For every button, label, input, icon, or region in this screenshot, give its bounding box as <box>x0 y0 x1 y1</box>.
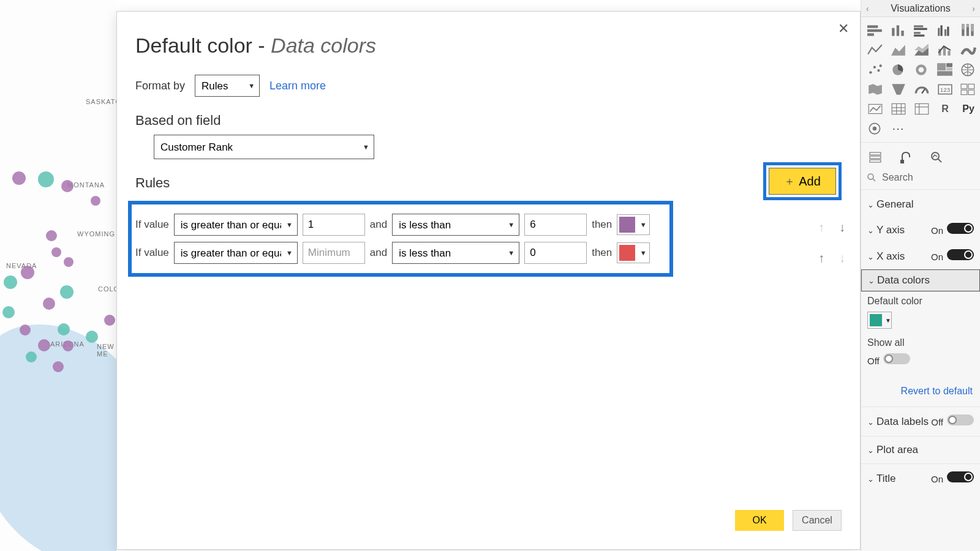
rule-color-picker[interactable]: ▼ <box>617 242 650 263</box>
hundred-stacked-icon[interactable] <box>958 22 979 39</box>
scatter-chart-icon[interactable] <box>865 61 886 78</box>
default-color-picker[interactable]: ▼ <box>867 312 892 329</box>
map-dot <box>46 230 57 241</box>
svg-point-26 <box>869 71 872 73</box>
r-visual-icon[interactable]: R <box>935 100 956 118</box>
based-on-field-select[interactable]: Customer Rank <box>154 135 374 159</box>
map-dot <box>38 171 54 187</box>
card-icon[interactable]: 123 <box>935 81 956 98</box>
line-chart-icon[interactable] <box>865 42 886 59</box>
move-up-icon[interactable]: ↑ <box>818 251 824 265</box>
yaxis-toggle[interactable] <box>947 223 974 234</box>
rule-value2-input[interactable] <box>524 242 587 264</box>
rule-value1-input[interactable] <box>303 214 365 236</box>
svg-rect-42 <box>961 84 967 89</box>
analytics-tab-icon[interactable] <box>927 149 946 166</box>
learn-more-link[interactable]: Learn more <box>270 80 326 92</box>
funnel-icon[interactable] <box>888 81 909 98</box>
multi-card-icon[interactable] <box>958 81 979 98</box>
xaxis-toggle[interactable] <box>947 249 974 260</box>
format-tab-icon[interactable] <box>897 149 915 166</box>
section-datalabels[interactable]: ⌄Data labels Off <box>861 407 980 436</box>
color-swatch <box>619 217 635 233</box>
format-by-label: Format by <box>135 80 185 92</box>
add-rule-button[interactable]: ＋ Add <box>769 168 836 195</box>
svg-rect-17 <box>967 24 969 27</box>
ribbon-chart-icon[interactable] <box>958 42 979 59</box>
rule-operator1-select[interactable]: is greater than or equal to <box>174 242 298 264</box>
close-icon[interactable]: ✕ <box>838 21 849 37</box>
fields-tab-icon[interactable] <box>866 149 884 166</box>
rule-operator2-select[interactable]: is less than <box>392 214 519 236</box>
pane-nav-next-icon[interactable]: › <box>972 4 975 13</box>
rules-header-label: Rules <box>135 175 170 191</box>
move-down-icon[interactable]: ↓ <box>839 220 845 234</box>
format-options-list: ⌄General ⌄Y axis On ⌄X axis On ⌄Data col… <box>861 190 980 495</box>
more-visuals-icon[interactable]: ⋯ <box>888 120 909 137</box>
combo-chart-icon[interactable] <box>935 42 956 59</box>
map-icon[interactable] <box>958 61 979 78</box>
stacked-bar-icon[interactable] <box>865 22 886 39</box>
then-label: then <box>592 219 612 231</box>
svg-rect-19 <box>971 24 973 31</box>
chevron-down-icon: ▼ <box>637 221 649 228</box>
dialog-title-prefix: Default color - <box>135 34 271 57</box>
section-yaxis[interactable]: ⌄Y axis On <box>861 217 980 243</box>
show-all-block: Show all Off <box>861 337 980 376</box>
state-label-saskatchewan: SASKATCH <box>86 98 116 105</box>
matrix-icon[interactable] <box>911 100 932 118</box>
section-title[interactable]: ⌄Title On <box>861 463 980 493</box>
svg-rect-15 <box>962 24 964 29</box>
pane-nav-prev-icon[interactable]: ‹ <box>866 4 869 13</box>
stacked-area-icon[interactable] <box>911 42 932 59</box>
kpi-icon[interactable] <box>865 100 886 118</box>
rule-value1-input[interactable] <box>303 242 365 264</box>
area-chart-icon[interactable] <box>888 42 909 59</box>
python-visual-icon[interactable]: Py <box>958 100 979 118</box>
rule-operator2-select[interactable]: is less than <box>392 242 519 264</box>
map-dot <box>53 361 64 372</box>
map-dot <box>38 339 50 351</box>
datalabels-toggle[interactable] <box>947 414 974 425</box>
svg-point-29 <box>880 64 882 67</box>
default-color-block: Default color ▼ <box>861 291 980 337</box>
map-dot <box>43 298 55 310</box>
chevron-down-icon: ▼ <box>637 249 649 257</box>
gauge-icon[interactable] <box>911 81 932 98</box>
treemap-icon[interactable] <box>935 61 956 78</box>
svg-point-56 <box>873 127 877 131</box>
rule-color-picker[interactable]: ▼ <box>617 214 650 235</box>
stacked-column-icon[interactable] <box>888 22 909 39</box>
filled-map-icon[interactable] <box>865 81 886 98</box>
ok-button[interactable]: OK <box>735 510 784 531</box>
clustered-bar-icon[interactable] <box>911 22 932 39</box>
section-xaxis[interactable]: ⌄X axis On <box>861 243 980 269</box>
svg-rect-8 <box>914 32 921 34</box>
chevron-down-icon: ⌄ <box>867 474 874 484</box>
show-all-toggle[interactable] <box>883 353 910 364</box>
section-general[interactable]: ⌄General <box>861 192 980 217</box>
pie-chart-icon[interactable] <box>888 61 909 78</box>
section-plotarea[interactable]: ⌄Plot area <box>861 436 980 463</box>
chevron-down-icon: ⌄ <box>867 418 874 427</box>
cancel-button[interactable]: Cancel <box>793 510 842 531</box>
clustered-column-icon[interactable] <box>935 22 956 39</box>
svg-marker-38 <box>892 84 905 94</box>
title-toggle[interactable] <box>947 471 974 482</box>
rule-operator1-select[interactable]: is greater than or equal to <box>174 214 298 236</box>
svg-rect-6 <box>914 25 923 27</box>
rule-value2-input[interactable] <box>524 214 587 236</box>
section-datacolors[interactable]: ⌄Data colors <box>861 269 980 291</box>
search-row[interactable]: Search <box>861 170 980 190</box>
donut-chart-icon[interactable] <box>911 61 932 78</box>
map-dot <box>58 323 70 335</box>
arcgis-icon[interactable] <box>865 120 886 137</box>
chevron-down-icon: ⌄ <box>867 252 874 261</box>
format-by-select[interactable]: Rules <box>195 75 260 97</box>
table-icon[interactable] <box>888 100 909 118</box>
svg-line-62 <box>938 159 941 162</box>
state-label-wyoming: WYOMING <box>77 230 115 238</box>
svg-rect-11 <box>940 25 942 36</box>
revert-to-default-link[interactable]: Revert to default <box>861 376 980 407</box>
map-dot <box>26 351 37 362</box>
